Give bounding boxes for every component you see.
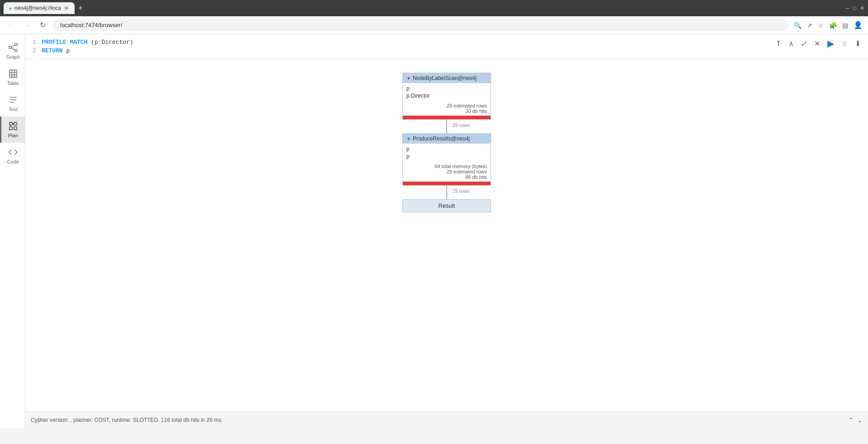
tab-bar: ● neo4j@neo4j://loca ✕ + (4, 2, 842, 14)
status-bar: Cypher version: , planner: COST, runtime… (25, 411, 868, 428)
tab-title: neo4j@neo4j://loca (14, 5, 61, 11)
window-controls: ─ □ ✕ (845, 5, 864, 11)
tab-close-icon[interactable]: ✕ (64, 5, 69, 11)
expand-button[interactable]: ⤢ (799, 37, 809, 50)
connector-1: 29 rows (446, 120, 447, 133)
node-row-p-1: p (406, 85, 487, 92)
stat-db-hits-2: 86 db hits (465, 174, 487, 180)
status-text: Cypher version: , planner: COST, runtime… (31, 417, 223, 423)
scroll-down-button[interactable]: ⌄ (857, 416, 863, 424)
code-editor[interactable]: 1 PROFILE MATCH (p:Director) 2 RETURN p … (25, 34, 868, 59)
node-by-label-scan-card[interactable]: ▼ NodeByLabelScan@neo4j p p:Director 29 … (402, 73, 491, 120)
close-editor-button[interactable]: ✕ (812, 37, 822, 50)
download-button[interactable]: ⬇ (853, 37, 863, 50)
puzzle-icon[interactable]: 🧩 (829, 22, 837, 29)
sidebar-toggle-icon[interactable]: ▤ (842, 22, 848, 29)
code-line-2: 2 RETURN p (25, 47, 868, 55)
sidebar-item-table[interactable]: Table (0, 64, 25, 90)
svg-point-0 (9, 46, 12, 49)
tab-favicon: ● (9, 6, 12, 11)
svg-line-3 (11, 45, 14, 47)
collapse-button[interactable]: ∧ (787, 37, 796, 50)
code-line-1: 1 PROFILE MATCH (p:Director) (25, 38, 868, 47)
result-node[interactable]: Result (402, 199, 491, 212)
graph-icon (8, 42, 18, 52)
sidebar-item-graph-label: Graph (6, 54, 20, 60)
produce-results-card[interactable]: ▼ ProduceResults@neo4j p p 64 total memo… (402, 133, 491, 186)
new-tab-button[interactable]: + (76, 4, 85, 13)
text-icon (8, 95, 18, 105)
address-bar: ← → ↻ localhost:7474/browser/ 🔍 ↗ ☆ 🧩 ▤ … (0, 16, 868, 34)
maximize-icon[interactable]: □ (853, 5, 856, 11)
node-by-label-scan-header: ▼ NodeByLabelScan@neo4j (403, 73, 491, 83)
line-number-1: 1 (25, 39, 42, 46)
svg-point-1 (15, 43, 17, 46)
svg-rect-5 (9, 70, 17, 78)
reload-button[interactable]: ↻ (38, 19, 47, 31)
url-bar[interactable]: localhost:7474/browser/ (53, 19, 788, 31)
connector-line-1 (446, 120, 447, 133)
close-window-icon[interactable]: ✕ (860, 5, 864, 11)
forward-button[interactable]: → (22, 19, 33, 31)
sidebar-item-plan[interactable]: Plan (0, 117, 25, 143)
svg-point-2 (15, 49, 17, 52)
sidebar: Graph Table Text (0, 34, 25, 428)
active-tab[interactable]: ● neo4j@neo4j://loca ✕ (4, 2, 75, 14)
node-row-label: p:Director (406, 92, 487, 99)
sidebar-item-code[interactable]: Code (0, 143, 25, 169)
share-icon[interactable]: ↗ (807, 22, 812, 29)
keyword-match: MATCH (70, 39, 87, 46)
match-clause: (p:Director) (87, 39, 133, 46)
bookmark-icon[interactable]: ☆ (818, 22, 824, 29)
svg-rect-13 (9, 122, 12, 125)
back-button[interactable]: ← (5, 19, 16, 31)
produce-results-title: ProduceResults@neo4j (413, 136, 470, 142)
svg-rect-16 (14, 127, 17, 130)
produce-results-header: ▼ ProduceResults@neo4j (403, 134, 491, 144)
browser-chrome: ● neo4j@neo4j://loca ✕ + ─ □ ✕ (0, 0, 868, 16)
connector-label-2: 29 rows (452, 188, 470, 194)
plan-container: ▼ NodeByLabelScan@neo4j p p:Director 29 … (402, 73, 491, 212)
minimize-icon[interactable]: ─ (845, 5, 849, 11)
code-icon (8, 147, 18, 157)
url-text: localhost:7474/browser/ (60, 22, 122, 28)
connector-2: 29 rows (446, 186, 447, 199)
profile-icon[interactable]: 👤 (854, 21, 863, 29)
return-clause: p (63, 47, 70, 54)
stat-estimated-rows-1: 29 estimated rows (447, 103, 487, 108)
zoom-icon[interactable]: 🔍 (794, 22, 802, 29)
keyword-return: RETURN (42, 47, 63, 54)
connector-line-2 (446, 186, 447, 199)
status-arrows: ⌃ ⌄ (848, 416, 863, 424)
scroll-up-button[interactable]: ⌃ (848, 416, 854, 424)
node-by-label-scan-stats: 29 estimated rows 30 db hits (403, 101, 491, 116)
line-number-2: 2 (25, 47, 42, 54)
sidebar-item-text-label: Text (9, 107, 18, 112)
node-by-label-scan-bar (403, 116, 491, 119)
svg-line-4 (11, 48, 14, 50)
editor-toolbar: ⤒ ∧ ⤢ ✕ ▶ ☆ ⬇ (774, 36, 863, 51)
table-icon (8, 69, 18, 79)
node-by-label-scan-title: NodeByLabelScan@neo4j (413, 75, 476, 81)
stat-estimated-rows-2: 29 estimated rows (447, 169, 487, 174)
main-layout: Graph Table Text (0, 34, 868, 428)
collapse-triangle-2: ▼ (406, 136, 411, 141)
pin-button[interactable]: ⤒ (774, 37, 783, 50)
produce-row-p-2: p (406, 153, 487, 160)
sidebar-item-plan-label: Plan (8, 133, 18, 138)
collapse-triangle-1: ▼ (406, 76, 411, 81)
editor-area: 1 PROFILE MATCH (p:Director) 2 RETURN p … (25, 34, 868, 428)
produce-results-body: p p (403, 144, 491, 162)
svg-rect-14 (14, 122, 17, 125)
run-button[interactable]: ▶ (826, 36, 836, 51)
favorite-button[interactable]: ☆ (840, 37, 849, 50)
sidebar-item-text[interactable]: Text (0, 90, 25, 117)
address-icons: 🔍 ↗ ☆ 🧩 ▤ 👤 (794, 21, 863, 29)
svg-rect-15 (9, 127, 12, 130)
result-label: Result (439, 202, 455, 209)
node-by-label-scan-body: p p:Director (403, 83, 491, 101)
produce-row-p-1: p (406, 145, 487, 153)
stat-db-hits-1: 30 db hits (465, 108, 487, 114)
produce-results-stats: 64 total memory (bytes) 29 estimated row… (403, 162, 491, 182)
sidebar-item-graph[interactable]: Graph (0, 38, 25, 64)
